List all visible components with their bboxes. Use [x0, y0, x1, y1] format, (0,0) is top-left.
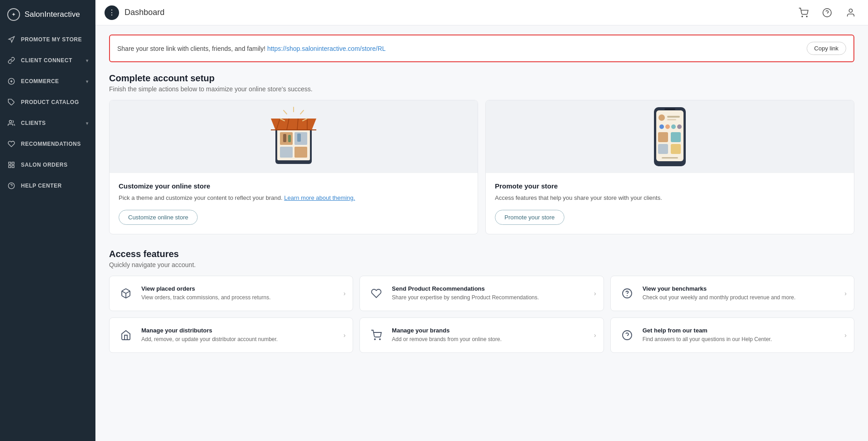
svg-rect-46	[658, 132, 668, 142]
account-setup-subtitle: Finish the simple actions below to maxim…	[109, 85, 854, 93]
sidebar-item-help-center[interactable]: HELP CENTER	[0, 175, 95, 196]
copy-link-button[interactable]: Copy link	[807, 42, 846, 55]
promote-card-body: Promote your store Access features that …	[486, 173, 854, 234]
svg-marker-18	[271, 119, 316, 130]
store-link-text: Share your store link with clients, frie…	[117, 45, 386, 52]
chevron-right-icon-help: ›	[844, 332, 847, 339]
placed-orders-title: View placed orders	[141, 285, 337, 292]
benchmarks-content: View your benchmarks Check out your week…	[643, 285, 838, 302]
sidebar-item-salon-orders[interactable]: SALON ORDERS	[0, 154, 95, 175]
distributors-title: Manage your distributors	[141, 327, 337, 334]
distributors-desc: Add, remove, or update your distributor …	[141, 336, 337, 343]
heart-feature-icon	[367, 284, 385, 302]
svg-line-33	[284, 110, 287, 114]
customize-card-title: Customize your online store	[119, 182, 469, 190]
distributors-content: Manage your distributors Add, remove, or…	[141, 327, 337, 343]
svg-point-53	[374, 339, 375, 340]
promote-card: Promote your store Access features that …	[485, 100, 854, 234]
store-icon	[117, 326, 135, 344]
sidebar-item-ecommerce[interactable]: ECOMMERCE ▾	[0, 71, 95, 92]
svg-rect-38	[664, 109, 675, 110]
recommendations-desc: Share your expertise by sending Product …	[392, 294, 588, 302]
svg-point-13	[823, 8, 831, 16]
svg-rect-27	[294, 147, 307, 158]
sidebar-item-client-connect[interactable]: CLIENT CONNECT ▾	[0, 50, 95, 71]
users-icon	[7, 119, 15, 127]
setup-cards: Customize your online store Pick a theme…	[109, 100, 854, 234]
chevron-right-icon-dist: ›	[344, 332, 346, 339]
user-icon-button[interactable]	[843, 5, 859, 21]
store-link-url[interactable]: https://shop.saloninteractive.com/store/…	[267, 45, 386, 52]
customize-card-body: Customize your online store Pick a theme…	[110, 173, 478, 234]
feature-help[interactable]: Get help from our team Find answers to a…	[610, 317, 854, 353]
topbar: ⋮ Dashboard	[95, 0, 868, 25]
help-content: Get help from our team Find answers to a…	[643, 327, 838, 343]
promote-card-title: Promote your store	[495, 182, 845, 190]
chevron-right-icon-bench: ›	[844, 290, 847, 297]
chevron-down-icon: ▾	[86, 58, 89, 63]
chevron-down-icon-ecommerce: ▾	[86, 79, 89, 84]
feature-recommendations[interactable]: Send Product Recommendations Share your …	[359, 276, 604, 311]
sidebar-nav: PROMOTE MY STORE CLIENT CONNECT ▾ ECOMME…	[0, 29, 95, 441]
svg-point-45	[677, 124, 682, 129]
svg-point-43	[665, 124, 670, 129]
sidebar-item-product-catalog[interactable]: PRODUCT CATALOG	[0, 92, 95, 113]
question-circle-icon	[618, 326, 636, 344]
svg-rect-6	[12, 162, 14, 164]
access-features-section: Access features Quickly navigate your ac…	[109, 249, 854, 353]
svg-point-55	[623, 331, 632, 340]
help-circle-icon	[7, 182, 15, 190]
svg-rect-40	[667, 116, 680, 118]
feature-benchmarks[interactable]: View your benchmarks Check out your week…	[610, 276, 854, 311]
account-setup-title: Complete account setup	[109, 73, 854, 84]
svg-rect-5	[9, 162, 11, 164]
customize-store-button[interactable]: Customize online store	[119, 210, 198, 225]
sidebar: ✦ SalonInteractive PROMOTE MY STORE CLIE…	[0, 0, 95, 441]
recommendations-content: Send Product Recommendations Share your …	[392, 285, 588, 302]
benchmarks-desc: Check out your weekly and monthly produc…	[643, 294, 838, 302]
chevron-down-icon-clients: ▾	[86, 121, 89, 126]
chevron-right-icon: ›	[344, 290, 346, 297]
feature-distributors[interactable]: Manage your distributors Add, remove, or…	[109, 317, 353, 353]
help-title: Get help from our team	[643, 327, 838, 334]
box-icon	[117, 284, 135, 302]
sidebar-item-clients[interactable]: CLIENTS ▾	[0, 113, 95, 134]
megaphone-icon	[7, 35, 15, 44]
brands-desc: Add or remove brands from your online st…	[392, 336, 588, 343]
feature-brands[interactable]: Manage your brands Add or remove brands …	[359, 317, 604, 353]
svg-rect-8	[12, 165, 14, 168]
feature-placed-orders[interactable]: View placed orders View orders, track co…	[109, 276, 353, 311]
svg-point-39	[658, 114, 665, 121]
svg-point-15	[849, 9, 852, 12]
heart-icon	[7, 140, 15, 148]
sidebar-item-promote[interactable]: PROMOTE MY STORE	[0, 29, 95, 50]
benchmarks-title: View your benchmarks	[643, 285, 838, 292]
help-desc: Find answers to all your questions in ou…	[643, 336, 838, 343]
features-grid: View placed orders View orders, track co…	[109, 276, 854, 353]
access-features-title: Access features	[109, 249, 854, 259]
dollar-icon	[7, 77, 15, 85]
promote-store-button[interactable]: Promote your store	[495, 210, 564, 225]
page-title: Dashboard	[125, 8, 790, 17]
chevron-right-icon-rec: ›	[594, 290, 596, 297]
promote-card-image	[486, 100, 854, 173]
svg-rect-7	[9, 165, 11, 168]
cart-icon-button[interactable]	[795, 5, 812, 21]
svg-rect-50	[662, 157, 678, 159]
link-icon	[7, 56, 15, 64]
grid-icon	[7, 161, 15, 169]
content-area: Share your store link with clients, frie…	[95, 25, 868, 441]
recommendations-title: Send Product Recommendations	[392, 285, 588, 292]
svg-rect-47	[658, 144, 668, 154]
logo[interactable]: ✦ SalonInteractive	[0, 0, 95, 29]
topbar-actions	[795, 5, 859, 21]
dollar-circle-icon	[618, 284, 636, 302]
learn-more-link[interactable]: Learn more about theming.	[284, 194, 355, 201]
sidebar-item-recommendations[interactable]: RECOMMENDATIONS	[0, 134, 95, 154]
svg-rect-49	[671, 144, 681, 154]
brands-title: Manage your brands	[392, 327, 588, 334]
account-setup-section: Complete account setup Finish the simple…	[109, 73, 854, 234]
menu-dots-button[interactable]: ⋮	[105, 5, 119, 20]
help-icon-button[interactable]	[819, 5, 835, 21]
svg-rect-30	[297, 134, 301, 142]
